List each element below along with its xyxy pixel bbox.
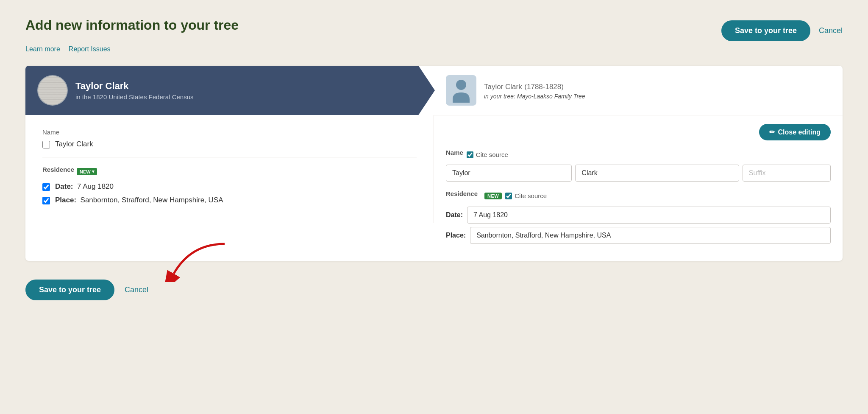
date-input[interactable] <box>467 207 831 224</box>
right-date-label: Date: <box>446 211 463 219</box>
left-avatar <box>37 75 68 106</box>
right-panel: Taylor Clark (1788-1828) in your tree: M… <box>434 66 843 261</box>
place-checkbox[interactable] <box>42 197 50 204</box>
pencil-icon: ✏ <box>769 128 775 136</box>
page-title-area: Add new information to your tree <box>25 17 239 33</box>
right-place-label: Place: <box>446 232 466 239</box>
right-person-name: Taylor Clark (1788-1828) <box>484 81 585 91</box>
left-residence-header: Residence NEW ▾ <box>42 166 417 177</box>
first-name-input[interactable] <box>446 165 572 182</box>
suffix-input[interactable] <box>743 165 831 182</box>
left-person-subtitle: in the 1820 United States Federal Census <box>75 93 194 101</box>
header-actions: Save to your tree Cancel <box>721 20 843 41</box>
left-person-name: Taylor Clark <box>75 81 194 92</box>
right-name-label: Name <box>446 149 463 156</box>
footer-save-button[interactable]: Save to your tree <box>25 280 114 300</box>
chevron-down-icon: ▾ <box>92 169 95 174</box>
left-header: Taylor Clark in the 1820 United States F… <box>25 66 435 115</box>
census-document-image <box>38 76 67 105</box>
svg-point-0 <box>456 80 466 90</box>
cite-source-name-row: Cite source <box>467 151 508 158</box>
left-name-value: Taylor Clark <box>55 140 93 148</box>
right-avatar <box>446 75 476 106</box>
left-place-row: Place: Sanbornton, Strafford, New Hampsh… <box>42 196 417 204</box>
right-header: Taylor Clark (1788-1828) in your tree: M… <box>434 66 843 115</box>
sub-links: Learn more Report Issues <box>25 45 843 53</box>
name-fields <box>446 165 831 182</box>
main-content: Taylor Clark in the 1820 United States F… <box>25 66 843 261</box>
right-residence-header: Residence NEW Cite source <box>446 190 831 201</box>
close-editing-button[interactable]: ✏ Close editing <box>759 124 831 140</box>
place-input[interactable] <box>470 227 831 244</box>
section-divider-1 <box>42 157 417 157</box>
learn-more-link[interactable]: Learn more <box>25 45 60 53</box>
right-name-label-row: Name Cite source <box>446 149 831 160</box>
page-header: Add new information to your tree Save to… <box>25 17 843 41</box>
right-person-tree: in your tree: Mayo-Laakso Family Tree <box>484 93 585 100</box>
person-silhouette-icon <box>451 78 471 103</box>
header-save-button[interactable]: Save to your tree <box>721 20 810 41</box>
right-residence-label: Residence <box>446 190 478 197</box>
cite-source-name-checkbox[interactable] <box>467 151 473 158</box>
last-name-input[interactable] <box>575 165 739 182</box>
right-header-text: Taylor Clark (1788-1828) in your tree: M… <box>484 81 585 100</box>
cite-source-residence-row: Cite source <box>505 192 547 199</box>
date-checkbox[interactable] <box>42 183 50 191</box>
cite-source-name-label: Cite source <box>476 151 508 158</box>
cite-source-residence-checkbox[interactable] <box>505 193 512 199</box>
right-place-row: Place: <box>446 227 831 244</box>
left-place-value: Place: Sanbornton, Strafford, New Hampsh… <box>55 196 223 204</box>
footer-cancel-button[interactable]: Cancel <box>125 285 148 294</box>
left-residence-label: Residence <box>42 166 74 173</box>
left-date-row: Date: 7 Aug 1820 <box>42 182 417 191</box>
cite-source-residence-label: Cite source <box>515 192 547 199</box>
header-cancel-button[interactable]: Cancel <box>819 26 843 35</box>
left-name-row: Taylor Clark <box>42 140 417 148</box>
new-badge-dropdown[interactable]: NEW ▾ <box>77 168 97 175</box>
left-name-label: Name <box>42 129 417 136</box>
right-new-badge: NEW <box>484 193 502 199</box>
report-issues-link[interactable]: Report Issues <box>69 45 111 53</box>
columns: Taylor Clark in the 1820 United States F… <box>25 66 843 261</box>
left-body: Name Taylor Clark Residence NEW ▾ <box>25 115 434 223</box>
right-date-row: Date: <box>446 207 831 224</box>
right-body: ✏ Close editing Name Cite source <box>434 115 843 261</box>
name-checkbox[interactable] <box>42 141 50 148</box>
close-editing-row: ✏ Close editing <box>446 124 831 140</box>
left-panel: Taylor Clark in the 1820 United States F… <box>25 66 434 261</box>
page-footer: Save to your tree Cancel <box>25 269 843 305</box>
page-title: Add new information to your tree <box>25 17 239 33</box>
left-date-value: Date: 7 Aug 1820 <box>55 182 114 191</box>
left-header-text: Taylor Clark in the 1820 United States F… <box>75 81 194 101</box>
